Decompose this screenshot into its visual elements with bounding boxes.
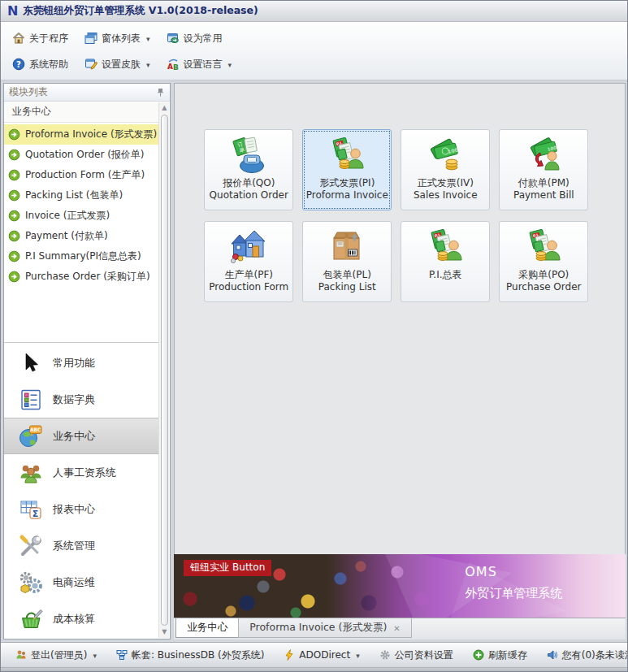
nav-item-hr-payroll[interactable]: 人事工资系统: [4, 454, 158, 491]
data-dictionary-icon: [19, 388, 43, 412]
module-item-label: Invoice (正式发票): [25, 209, 110, 223]
shortcut-label-cn: 形式发票(PI): [319, 177, 375, 189]
lightning-icon: [284, 649, 295, 661]
shortcut-label-cn: 生产单(PF): [225, 269, 274, 281]
toolbar-row-2: ? 系统帮助 设置皮肤 AB 设置语言: [6, 51, 622, 77]
module-list: Proforma Invoice (形式发票) Quotation Order …: [4, 123, 158, 287]
nav-item-cost-accounting[interactable]: 成本核算: [4, 600, 158, 637]
toolbar: 关于程序 窗体列表 设为常用 ? 系统帮助: [1, 22, 627, 80]
production-form-icon: [230, 228, 267, 266]
set-skin-button[interactable]: 设置皮肤: [78, 54, 157, 75]
module-group-header[interactable]: 业务中心: [4, 102, 158, 123]
shortcut-payment-bill[interactable]: 100100 付款单(PM) Payment Bill: [499, 129, 588, 210]
shortcut-packing-list[interactable]: 包装单(PL) Packing List: [302, 221, 392, 302]
nav-item-common-functions[interactable]: 常用功能: [4, 345, 158, 381]
tab-business-center[interactable]: 业务中心: [175, 618, 239, 638]
form-list-button[interactable]: 窗体列表: [78, 28, 157, 49]
green-arrow-icon: [8, 250, 20, 262]
nav-item-report-center[interactable]: Σ 报表中心: [4, 491, 158, 527]
shortcut-label-cn: 采购单(PO): [518, 269, 569, 281]
scrollbar-thumb[interactable]: [161, 115, 168, 626]
shortcut-quotation-order[interactable]: 订单 报价单(QO) Quotation Order: [204, 129, 293, 210]
app-window: N 东莞钮纽外贸订单管理系统 V1.0(2018-release) 关于程序 窗…: [0, 0, 628, 672]
app-title: 东莞钮纽外贸订单管理系统 V1.0(2018-release): [23, 4, 258, 18]
set-language-button[interactable]: AB 设置语言: [160, 54, 239, 75]
module-item-label: Quotation Order (报价单): [25, 148, 145, 162]
document-tab-bar: 业务中心 Proforma Invoice (形式发票): [174, 618, 626, 639]
about-program-button[interactable]: 关于程序: [6, 28, 75, 49]
green-arrow-icon: [8, 128, 20, 141]
people-icon: [19, 461, 43, 485]
scroll-down-icon[interactable]: ▼: [159, 626, 170, 638]
banner-badge[interactable]: 钮纽实业 Button: [184, 560, 271, 576]
system-help-button[interactable]: ? 系统帮助: [6, 54, 75, 75]
module-item-label: Production Form (生产单): [25, 168, 145, 182]
shortcut-purchase-order[interactable]: P.I. 采购单(PO) Purchase Order: [499, 221, 588, 302]
shortcut-proforma-invoice[interactable]: P.I. 形式发票(PI) Proforma Invoice: [302, 129, 392, 210]
form-list-icon: [84, 32, 97, 45]
module-item-production-form[interactable]: Production Form (生产单): [4, 165, 158, 185]
shortcut-label-cn: 付款单(PM): [518, 177, 570, 189]
module-item-purchase-order[interactable]: Purchase Order (采购订单): [4, 267, 158, 287]
shortcut-pi-summary[interactable]: P.I. P.I.总表: [401, 221, 490, 302]
purchase-order-icon: P.I.: [525, 228, 562, 266]
nav-item-data-dictionary[interactable]: 数据字典: [4, 381, 158, 418]
logout-button[interactable]: 登出(管理员): [6, 648, 106, 662]
banner-title: OMS: [465, 564, 562, 579]
gears-icon: [19, 570, 43, 595]
tab-proforma-invoice[interactable]: Proforma Invoice (形式发票): [238, 618, 411, 638]
toolbar-label: 设为常用: [184, 32, 223, 46]
tools-icon: [19, 534, 43, 558]
window-bottom-edge: [1, 667, 627, 671]
set-favorite-button[interactable]: 设为常用: [160, 28, 229, 49]
green-arrow-icon: [8, 169, 20, 181]
refresh-cache-button[interactable]: 刷新缓存: [463, 648, 537, 662]
module-item-invoice[interactable]: Invoice (正式发票): [4, 206, 158, 226]
nav-item-business-center[interactable]: ABC 业务中心: [4, 418, 158, 454]
sidebar-scrollbar[interactable]: ▲ ▼: [158, 102, 169, 638]
speaker-icon: [547, 649, 558, 661]
scroll-up-icon[interactable]: ▲: [159, 102, 170, 114]
chevron-down-icon: [145, 33, 150, 44]
nav-item-label: 报表中心: [53, 502, 95, 517]
unread-messages-indicator[interactable]: 您有(0)条未读消息: [537, 648, 628, 662]
shortcut-grid: 订单 报价单(QO) Quotation Order P.I. 形式发票(PI)…: [204, 129, 625, 302]
account-set-indicator[interactable]: 帐套: BusinessDB (外贸系统): [106, 648, 274, 662]
green-arrow-icon: [8, 271, 20, 283]
close-icon[interactable]: [393, 622, 400, 634]
banner-text: OMS 外贸订单管理系统: [465, 564, 562, 601]
module-item-quotation-order[interactable]: Quotation Order (报价单): [4, 145, 158, 165]
status-label: ADODirect: [299, 649, 350, 661]
shortcut-sales-invoice[interactable]: 100100 正式发票(IV) Sales Invoice: [401, 129, 490, 210]
module-item-payment[interactable]: Payment (付款单): [4, 226, 158, 246]
packing-list-icon: [328, 228, 366, 266]
shortcut-label-cn: 报价单(QO): [223, 177, 275, 189]
tab-label: Proforma Invoice (形式发票): [249, 621, 387, 635]
nav-item-label: 系统管理: [53, 539, 95, 553]
sidebar-header-title: 模块列表: [9, 85, 48, 99]
toolbar-label: 关于程序: [29, 32, 68, 46]
module-item-label: Purchase Order (采购订单): [25, 270, 150, 284]
ado-direct-button[interactable]: ADODirect: [274, 649, 369, 661]
main-panel: 订单 报价单(QO) Quotation Order P.I. 形式发票(PI)…: [174, 83, 626, 639]
module-item-packing-list[interactable]: Packing List (包装单): [4, 185, 158, 206]
company-info-settings-button[interactable]: 公司资料设置: [370, 648, 463, 662]
green-arrow-icon: [8, 230, 20, 242]
window-body: 模块列表 业务中心 Proforma Invoice (形式发票) Quotat…: [1, 80, 627, 642]
nav-item-ecommerce-ops[interactable]: 电商运维: [4, 564, 158, 600]
svg-text:Σ: Σ: [32, 508, 39, 518]
status-label: 刷新缓存: [488, 648, 527, 662]
svg-text:A: A: [167, 63, 173, 71]
pi-summary-icon: P.I.: [427, 228, 464, 266]
module-item-pi-summary[interactable]: P.I Summary(PI信息总表): [4, 246, 158, 267]
chevron-down-icon: [354, 649, 360, 661]
shortcut-production-form[interactable]: 生产单(PF) Production Form: [204, 221, 293, 302]
sidebar-content: 业务中心 Proforma Invoice (形式发票) Quotation O…: [4, 102, 170, 639]
nav-item-label: 电商运维: [53, 575, 95, 590]
toolbar-label: 设置皮肤: [102, 58, 141, 72]
pin-icon[interactable]: [156, 88, 165, 97]
nav-item-system-management[interactable]: 系统管理: [4, 527, 158, 564]
module-item-proforma-invoice[interactable]: Proforma Invoice (形式发票): [4, 124, 158, 145]
shortcut-label-en: Payment Bill: [513, 189, 574, 202]
shortcut-label-cn: P.I.总表: [429, 269, 462, 281]
